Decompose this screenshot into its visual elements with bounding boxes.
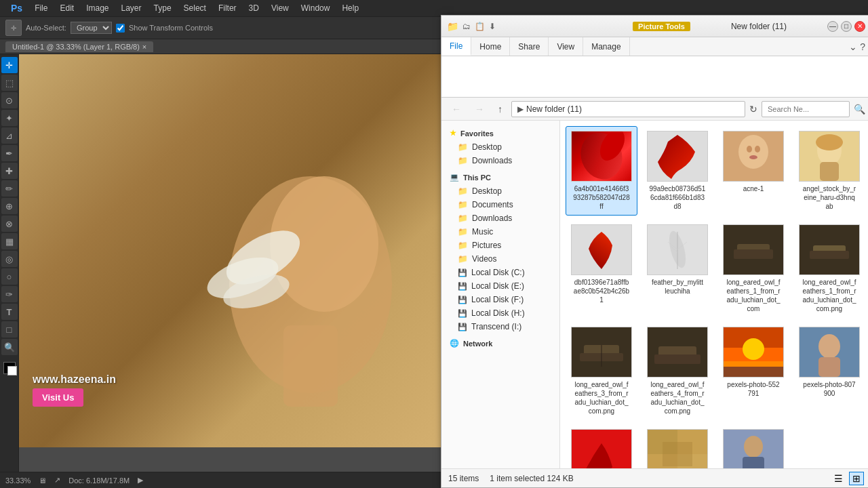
explorer-ribbon: File Home Share View Manage ⌄ ?: [441, 37, 868, 98]
list-view-button[interactable]: ☰: [831, 472, 846, 485]
ps-tool-clone[interactable]: ⊕: [1, 198, 18, 214]
folder-icon: 📁: [458, 200, 468, 209]
ribbon-tab-home[interactable]: Home: [471, 37, 510, 56]
canvas-tab-item[interactable]: Untitled-1 @ 33.33% (Layer 1, RGB/8) ×: [5, 41, 153, 52]
ps-tool-blur[interactable]: ◎: [1, 251, 18, 267]
grid-view-button[interactable]: ⊞: [849, 472, 864, 485]
ps-tool-gradient[interactable]: ▦: [1, 233, 18, 249]
explorer-body: ★ Favorites 📁 Desktop 📁 Downloads 💻 This…: [441, 121, 868, 468]
sidebar-item-downloads[interactable]: 📁 Downloads: [441, 211, 559, 225]
ps-tool-dodge[interactable]: ○: [1, 268, 18, 285]
minimize-button[interactable]: —: [827, 21, 838, 32]
sidebar-item-desktop-favorites[interactable]: 📁 Desktop: [441, 140, 559, 154]
file-item[interactable]: WHDQ-513355067: [717, 424, 789, 468]
play-btn[interactable]: ▶: [138, 476, 143, 485]
ps-tool-erase[interactable]: ⊗: [1, 216, 18, 232]
menu-view[interactable]: View: [266, 2, 294, 14]
ps-tool-text[interactable]: T: [1, 304, 18, 320]
sidebar-item-local-disk-f[interactable]: 💾 Local Disk (F:): [441, 293, 559, 306]
ps-tool-crop[interactable]: ⊿: [1, 127, 18, 144]
menu-help[interactable]: Help: [336, 2, 364, 14]
file-grid-area[interactable]: 6a4b001e41466f393287b582047d28ff 99a9ecb…: [560, 121, 868, 468]
canvas-tab-close[interactable]: ×: [142, 43, 146, 51]
file-item[interactable]: acne-1: [717, 126, 789, 216]
search-input[interactable]: [762, 101, 850, 117]
statusbar-view-controls: ☰ ⊞: [831, 472, 864, 485]
menu-type[interactable]: Type: [149, 2, 177, 14]
ribbon-tab-manage[interactable]: Manage: [583, 37, 629, 56]
maximize-button[interactable]: □: [841, 21, 852, 32]
search-icon[interactable]: 🔍: [854, 104, 865, 115]
menu-edit[interactable]: Edit: [54, 2, 79, 14]
ps-tool-lasso[interactable]: ⊙: [1, 92, 18, 108]
file-item[interactable]: pexels-photo-807900: [793, 322, 865, 420]
sidebar-item-downloads-favorites[interactable]: 📁 Downloads: [441, 154, 559, 167]
zoom-level: 33.33%: [5, 476, 31, 485]
ps-tool-move[interactable]: ✛: [1, 57, 18, 73]
svg-rect-25: [734, 249, 773, 259]
ps-tool-heal[interactable]: ✚: [1, 163, 18, 179]
svg-rect-16: [820, 162, 839, 181]
file-item[interactable]: long_eared_owl_feathers_4_from_radu_luch…: [642, 322, 713, 420]
file-thumbnail: [647, 429, 708, 468]
show-transform-checkbox[interactable]: [116, 24, 125, 33]
close-button[interactable]: ✕: [854, 21, 865, 32]
ps-tool-zoom[interactable]: 🔍: [1, 339, 18, 355]
sidebar-item-videos[interactable]: 📁 Videos: [441, 252, 559, 266]
file-item[interactable]: long_eared_owl_feathers_3_from_radu_luch…: [566, 322, 637, 420]
file-item[interactable]: texture_by_calajane: [642, 424, 713, 468]
sidebar-item-documents[interactable]: 📁 Documents: [441, 198, 559, 211]
sidebar-item-pictures[interactable]: 📁 Pictures: [441, 239, 559, 252]
menu-layer[interactable]: Layer: [116, 2, 147, 14]
sidebar-item-transcend[interactable]: 💾 Transcend (I:): [441, 320, 559, 333]
file-name: long_eared_owl_feathers_3_from_radu_luch…: [575, 380, 629, 415]
file-item[interactable]: pexels-photo-552791: [717, 322, 789, 420]
ribbon-help-icon[interactable]: ?: [860, 41, 865, 52]
file-item[interactable]: dbf01396e71a8ffbae8c0b542b4c26b1: [566, 220, 637, 318]
nav-up-button[interactable]: ↑: [493, 102, 507, 117]
file-item[interactable]: long_eared_owl_feathers_1_from_radu_luch…: [717, 220, 789, 318]
ps-tool-select[interactable]: ⬚: [1, 75, 18, 91]
menu-window[interactable]: Window: [296, 2, 336, 14]
sidebar-item-desktop[interactable]: 📁 Desktop: [441, 184, 559, 198]
nav-back-button[interactable]: ←: [447, 102, 466, 117]
sidebar-item-local-disk-e[interactable]: 💾 Local Disk (E:): [441, 279, 559, 293]
ribbon-tab-share[interactable]: Share: [510, 37, 549, 56]
ps-tool-wand[interactable]: ✦: [1, 110, 18, 126]
ribbon-chevron-icon[interactable]: ⌄: [849, 41, 857, 52]
menu-filter[interactable]: Filter: [213, 2, 242, 14]
ps-tool-eyedropper[interactable]: ✒: [1, 145, 18, 161]
file-item[interactable]: angel_stock_by_reine_haru-d3hnqab: [793, 126, 865, 216]
network-header[interactable]: 🌐 Network: [441, 336, 559, 350]
sidebar-item-local-disk-h[interactable]: 💾 Local Disk (H:): [441, 306, 559, 320]
file-item[interactable]: long_eared_owl_feathers_1_from_radu_luch…: [793, 220, 865, 318]
move-tool-icon[interactable]: ✛: [5, 20, 22, 36]
thumb-svg: [572, 327, 631, 377]
ps-tool-shape[interactable]: □: [1, 321, 18, 338]
favorites-header[interactable]: ★ Favorites: [441, 126, 559, 140]
refresh-button[interactable]: ↻: [749, 104, 757, 115]
file-item[interactable]: 6a4b001e41466f393287b582047d28ff: [566, 126, 637, 216]
this-pc-header[interactable]: 💻 This PC: [441, 170, 559, 184]
network-section: 🌐 Network: [441, 336, 559, 350]
foreground-color[interactable]: [3, 362, 16, 374]
visit-us-button[interactable]: Visit Us: [33, 388, 83, 407]
file-item[interactable]: feather_by_mylittleuchiha: [642, 220, 713, 318]
file-item[interactable]: red-fabric-flowing-on-white-background-s…: [566, 424, 637, 468]
menu-image[interactable]: Image: [81, 2, 114, 14]
nav-forward-button[interactable]: →: [470, 102, 489, 117]
sidebar-item-music[interactable]: 📁 Music: [441, 225, 559, 239]
menu-file[interactable]: File: [29, 2, 53, 14]
ps-tool-brush[interactable]: ✏: [1, 180, 18, 197]
background-color[interactable]: [7, 366, 17, 375]
menu-3d[interactable]: 3D: [243, 2, 264, 14]
ribbon-tab-view[interactable]: View: [549, 37, 583, 56]
file-item[interactable]: 99a9ecb08736d516cda81f666b1d83d8: [642, 126, 713, 216]
ps-tool-pen[interactable]: ✑: [1, 286, 18, 302]
hdd-icon: 💾: [458, 296, 467, 304]
address-bar[interactable]: ▶ New folder (11): [511, 101, 745, 117]
menu-select[interactable]: Select: [178, 2, 212, 14]
ribbon-tab-file[interactable]: File: [441, 37, 471, 56]
sidebar-item-local-disk-c[interactable]: 💾 Local Disk (C:): [441, 266, 559, 279]
auto-select-dropdown[interactable]: Group: [71, 22, 112, 34]
